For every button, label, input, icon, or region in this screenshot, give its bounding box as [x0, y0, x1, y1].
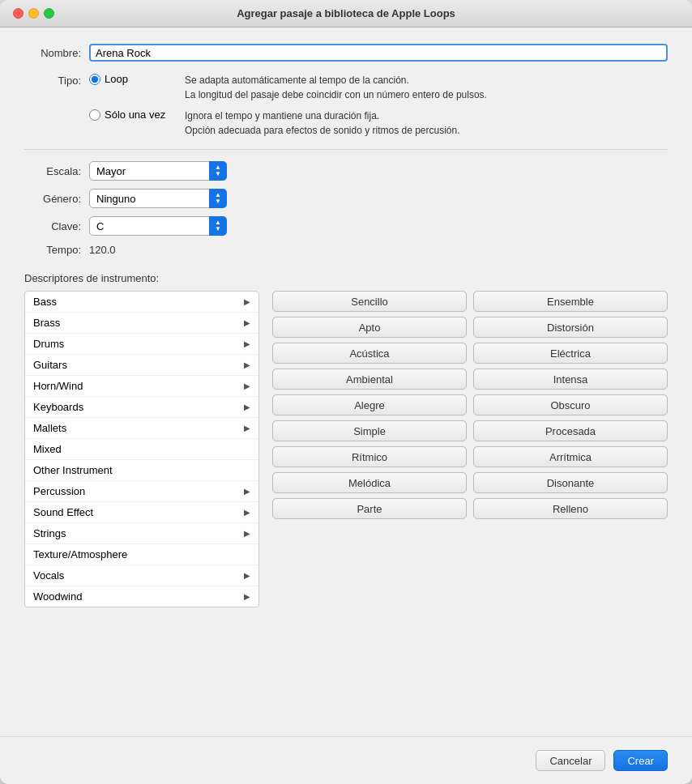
instrument-name: Keyboards [33, 401, 83, 413]
instrument-name: Horn/Wind [33, 380, 83, 392]
descriptor-button[interactable]: Eléctrica [473, 343, 668, 364]
descriptor-button[interactable]: Alegre [272, 394, 467, 415]
descriptor-button-row: AptoDistorsión [272, 317, 668, 338]
descriptor-button[interactable]: Apto [272, 317, 467, 338]
chevron-right-icon: ▶ [244, 592, 250, 601]
escala-select-wrapper: Mayor Menor Ninguno ▲ ▼ [89, 161, 227, 181]
instrument-name: Sound Effect [33, 506, 93, 518]
instrument-list: Bass▶Brass▶Drums▶Guitars▶Horn/Wind▶Keybo… [24, 291, 259, 607]
escala-select[interactable]: Mayor Menor Ninguno [89, 161, 227, 181]
chevron-right-icon: ▶ [244, 508, 250, 517]
descriptor-button[interactable]: Simple [272, 420, 467, 441]
tipo-label: Tipo: [24, 73, 81, 87]
instrument-name: Vocals [33, 569, 64, 582]
list-item[interactable]: Mixed [25, 439, 258, 460]
genero-row: Género: Ninguno Rock Pop ▲ ▼ [24, 189, 668, 208]
clave-label: Clave: [24, 220, 81, 232]
descriptor-button-row: AcústicaEléctrica [272, 343, 668, 364]
descriptor-button-row: ParteRelleno [272, 498, 668, 519]
loop-radio[interactable] [89, 74, 100, 85]
chevron-right-icon: ▶ [244, 571, 250, 580]
list-item[interactable]: Drums▶ [25, 334, 258, 355]
descriptor-button[interactable]: Ensemble [473, 291, 668, 312]
descriptor-button[interactable]: Arrítmica [473, 446, 668, 467]
nombre-input[interactable] [89, 44, 668, 62]
list-item[interactable]: Texture/Atmosphere [25, 544, 258, 565]
chevron-right-icon: ▶ [244, 360, 250, 369]
chevron-right-icon: ▶ [244, 403, 250, 411]
main-window: Agregar pasaje a biblioteca de Apple Loo… [0, 0, 692, 784]
loop-description: Se adapta automáticamente al tempo de la… [185, 73, 487, 102]
chevron-right-icon: ▶ [244, 297, 250, 306]
escala-label: Escala: [24, 165, 81, 177]
descriptor-button[interactable]: Sencillo [272, 291, 467, 312]
genero-label: Género: [24, 193, 81, 205]
list-item[interactable]: Sound Effect▶ [25, 502, 258, 523]
descriptor-button[interactable]: Rítmico [272, 446, 467, 467]
maximize-button[interactable] [44, 8, 54, 19]
descriptor-button[interactable]: Parte [272, 498, 467, 519]
descriptor-button[interactable]: Obscuro [473, 394, 668, 415]
chevron-right-icon: ▶ [244, 318, 250, 327]
loop-radio-label[interactable]: Loop [89, 73, 178, 85]
descriptor-button-row: SencilloEnsemble [272, 291, 668, 312]
instrument-name: Bass [33, 296, 57, 308]
descriptor-button[interactable]: Procesada [473, 420, 668, 441]
descriptor-button[interactable]: Distorsión [473, 317, 668, 338]
once-radio[interactable] [89, 109, 100, 121]
instrument-name: Mixed [33, 443, 62, 455]
clave-select-wrapper: C D E F G A B ▲ ▼ [89, 216, 227, 236]
tipo-once-option: Sólo una vez Ignora el tempo y mantiene … [89, 109, 487, 138]
instrument-name: Drums [33, 338, 64, 350]
list-item[interactable]: Guitars▶ [25, 355, 258, 376]
chevron-right-icon: ▶ [244, 381, 250, 390]
descriptor-button-row: RítmicoArrítmica [272, 446, 668, 467]
chevron-right-icon: ▶ [244, 487, 250, 496]
clave-select[interactable]: C D E F G A B [89, 216, 227, 236]
list-item[interactable]: Bass▶ [25, 292, 258, 313]
genero-select[interactable]: Ninguno Rock Pop [89, 189, 227, 208]
descriptor-button[interactable]: Intensa [473, 369, 668, 390]
instrument-name: Other Instrument [33, 464, 113, 476]
list-item[interactable]: Horn/Wind▶ [25, 376, 258, 397]
descriptor-section: Descriptores de instrumento: Bass▶Brass▶… [24, 272, 668, 607]
once-radio-label[interactable]: Sólo una vez [89, 109, 178, 121]
once-description: Ignora el tempo y mantiene una duración … [185, 109, 460, 138]
descriptor-buttons: SencilloEnsembleAptoDistorsiónAcústicaEl… [272, 291, 668, 519]
descriptor-button-row: AmbientalIntensa [272, 369, 668, 390]
footer: Cancelar Crear [0, 736, 692, 784]
list-item[interactable]: Keyboards▶ [25, 397, 258, 418]
genero-select-wrapper: Ninguno Rock Pop ▲ ▼ [89, 189, 227, 208]
create-button[interactable]: Crear [613, 750, 668, 771]
title-bar: Agregar pasaje a biblioteca de Apple Loo… [0, 0, 692, 28]
descriptor-button[interactable]: Acústica [272, 343, 467, 364]
list-item[interactable]: Woodwind▶ [25, 586, 258, 607]
loop-label: Loop [105, 73, 128, 85]
list-item[interactable]: Strings▶ [25, 523, 258, 544]
nombre-row: Nombre: [24, 44, 668, 62]
cancel-button[interactable]: Cancelar [536, 750, 605, 771]
content-area: Nombre: Tipo: Loop Se adapta automáticam… [0, 28, 692, 736]
close-button[interactable] [13, 8, 23, 19]
descriptor-button[interactable]: Ambiental [272, 369, 467, 390]
list-item[interactable]: Other Instrument [25, 460, 258, 481]
descriptor-button-row: AlegreObscuro [272, 394, 668, 415]
list-item[interactable]: Percussion▶ [25, 481, 258, 502]
clave-row: Clave: C D E F G A B ▲ ▼ [24, 216, 668, 236]
descriptor-button[interactable]: Melódica [272, 472, 467, 493]
instrument-name: Strings [33, 527, 66, 539]
list-item[interactable]: Mallets▶ [25, 418, 258, 439]
instrument-name: Brass [33, 317, 60, 329]
tipo-options: Loop Se adapta automáticamente al tempo … [89, 73, 487, 138]
descriptor-button[interactable]: Relleno [473, 498, 668, 519]
chevron-right-icon: ▶ [244, 529, 250, 538]
list-item[interactable]: Brass▶ [25, 313, 258, 334]
instrument-name: Mallets [33, 422, 66, 434]
list-item[interactable]: Vocals▶ [25, 565, 258, 586]
traffic-lights [13, 8, 54, 19]
minimize-button[interactable] [28, 8, 39, 19]
chevron-right-icon: ▶ [244, 424, 250, 432]
tempo-value: 120.0 [89, 244, 116, 256]
descriptor-button[interactable]: Disonante [473, 472, 668, 493]
descriptor-main: Bass▶Brass▶Drums▶Guitars▶Horn/Wind▶Keybo… [24, 291, 668, 607]
